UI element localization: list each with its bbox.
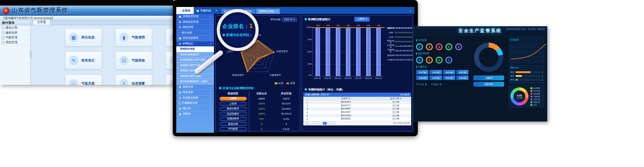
vehicle-filter-button[interactable]: 超速车辆 [416, 75, 428, 80]
vehicle-filter-button[interactable]: 营运车辆 [416, 70, 428, 74]
expand-plus-icon[interactable]: + [2, 31, 5, 34]
monthly-cell: 100 [409, 36, 413, 38]
home-card[interactable]: ✎ 使用登记 [65, 51, 102, 70]
system-menu-label[interactable]: 系统管理 [537, 28, 545, 30]
monthly-col-header: 6月 [398, 27, 401, 29]
sidebar-item[interactable]: + 基础信息 [0, 30, 30, 35]
monthly-row-label: 车辆漂移率 [387, 49, 394, 53]
menu-item-label: 资料库 [183, 112, 191, 116]
sidebar-item[interactable]: + 系统管理 [0, 40, 30, 45]
home-card[interactable]: ▮ 气瓶管理 [115, 28, 152, 46]
home-card[interactable]: ☑ 气瓶报检 [115, 51, 152, 70]
home-card[interactable]: ⚒ [165, 51, 173, 70]
export-data-link[interactable]: 导出数据 [400, 93, 409, 96]
sidebar-menu-item[interactable]: ▣ 违章处置管理 ⌄ [176, 14, 214, 20]
vehicle-row[interactable]: 2 鲁KA1117 已入网 [303, 104, 411, 108]
metric-button[interactable]: 平均疲劳 [220, 127, 247, 131]
menu-item-label: 整合运单 [183, 90, 193, 94]
metric-button[interactable]: 上线率 [220, 102, 247, 106]
vehicle-row[interactable]: 4 鲁KA7637 已入网 [303, 111, 411, 114]
action-button[interactable]: 查看详情 [473, 82, 504, 87]
metric-button[interactable]: 超速次数 [220, 122, 247, 126]
sidebar-menu-item[interactable]: 每日轨迹数据统计 [176, 52, 214, 58]
dashboard-tab[interactable]: 联网联控考核 × [256, 9, 280, 14]
expand-plus-icon[interactable]: + [2, 36, 5, 39]
sidebar-splitter-handle[interactable] [30, 51, 32, 58]
vehicle-row[interactable]: 6 鲁K56951 已入网 [303, 117, 411, 121]
sidebar-menu-item[interactable]: ◔ 统计分析 ⌄ [176, 30, 214, 36]
bar-chart-plot: 100% 75% 50% 25% 0% 100 [312, 28, 384, 77]
monthly-row-label: 平均疲劳 [387, 59, 394, 61]
vehicle-row[interactable]: 1 鲁KA1909 已入网 [303, 101, 411, 104]
sidebar-menu-item[interactable]: ▤ 基础信息管理 ⌄ [176, 20, 214, 25]
metric-button[interactable]: 车辆漂移率 [220, 117, 247, 121]
menu-item-label: 报警管理 [183, 85, 193, 89]
sidebar-menu-item[interactable]: ▦ 历史信息查询 ⌄ [176, 36, 214, 41]
monthly-cell: 0.00 [401, 54, 405, 56]
home-card[interactable]: ◪ [165, 74, 173, 85]
user-label[interactable]: 后台管理 [528, 28, 535, 30]
page-size-select[interactable]: 10 ⌄ [305, 122, 312, 125]
date-select[interactable]: 2022-07 ▾ [282, 17, 297, 22]
sidebar-menu-item[interactable]: 漂移统计(基于运政) [176, 74, 214, 79]
metric-select[interactable]: 入网率 ▾ [354, 17, 370, 22]
sidebar-item-label: 系统管理 [6, 41, 17, 45]
vehicle-filter-button[interactable]: 其他车辆 [456, 75, 468, 80]
detail-col-header: 所在区域 [274, 92, 299, 95]
sidebar-menu-item[interactable]: ╳ 扩展服务管理 ⌄ [176, 101, 214, 106]
home-card[interactable]: ☺ [165, 28, 173, 46]
action-button[interactable]: 一键处理 [473, 75, 504, 80]
menu-item-label: 每日轨迹数据统计（测试） [180, 80, 209, 83]
chevron-down-icon: ⌄ [209, 15, 212, 18]
radar-axis-label: 车辆漂移率 [269, 74, 281, 77]
vehicle-row[interactable]: 5 鲁KA7005 已入网 [303, 114, 411, 117]
next-page-button[interactable]: › [328, 122, 331, 125]
metric-button[interactable]: 入网率 [220, 97, 247, 101]
sidebar-menu-item[interactable]: 每日轨迹数据统计（测试） [176, 79, 214, 85]
vehicle-filter-button[interactable]: 报警车辆 [456, 70, 468, 74]
bar [316, 28, 320, 76]
home-card[interactable]: ⚠ 信息预警 [115, 74, 152, 85]
tab-main[interactable]: 主界面 [33, 20, 50, 25]
last-page-button[interactable]: » [332, 122, 336, 125]
expand-plus-icon[interactable]: + [2, 27, 5, 29]
region-value: 99.84% [274, 107, 299, 110]
home-card[interactable]: ▦ 单位信息 [65, 28, 102, 46]
vehicle-filter-button[interactable]: 离线车辆 [443, 70, 455, 74]
sidebar-menu-item[interactable]: ◉ 报警管理 ⌄ [176, 85, 214, 90]
sidebar-menu-item[interactable]: ▥ 整合运单 ⌄ [176, 90, 214, 95]
current-page[interactable]: 1 [323, 122, 327, 125]
tab-close-icon[interactable]: × [276, 10, 277, 13]
sidebar-menu-item[interactable]: ⚙ 系统管理 [176, 25, 214, 30]
col-header-status[interactable]: 是否入网 ⇅ [380, 97, 411, 100]
distribution-row: 离线 0 [510, 79, 543, 81]
metric-button[interactable]: 轨迹完整率 [220, 112, 247, 116]
collapse-sidebar-icon[interactable]: « [214, 9, 219, 12]
vehicle-row[interactable]: 3 鲁K96604 已入网 [303, 107, 411, 111]
vehicle-filter-button[interactable]: 疲劳车辆 [429, 75, 442, 80]
home-card[interactable]: ♨ 气瓶充装 [65, 74, 102, 85]
bullet-square-icon [305, 88, 307, 90]
menu-item-label: 扩展服务管理 [182, 101, 198, 105]
first-page-button[interactable]: « [313, 122, 317, 125]
pending-ring-badge: 1 [445, 57, 452, 64]
expand-plus-icon[interactable]: + [2, 41, 5, 44]
sidebar-menu-item[interactable]: 联网联控考核 [176, 46, 214, 52]
menu-item-label: 基础信息管理 [183, 20, 199, 24]
col-header-plate[interactable]: 车牌号 ⇅ [311, 97, 380, 100]
menu-item-icon: ◎ [179, 96, 181, 99]
sidebar-menu-item[interactable]: ◎ 主动安全防御 ⌄ [176, 95, 214, 101]
vehicle-filter-button[interactable]: 在线车辆 [429, 70, 442, 74]
metric-button[interactable]: 数据合格率 [220, 107, 247, 111]
sidebar-menu-item[interactable]: ◍ 联网联控 ⌄ [176, 41, 214, 47]
sidebar-menu-item[interactable]: ▤ 通行码 ⌄ [176, 106, 214, 112]
sidebar-menu-item[interactable]: ▧ 资料库 ⌄ [176, 111, 214, 117]
vehicle-filter-button[interactable]: 维保车辆 [443, 75, 455, 80]
vehicle-list-tab[interactable]: ▣ 车辆列表 [194, 9, 214, 13]
prev-page-button[interactable]: ‹ [318, 122, 322, 125]
home-menu-tab[interactable]: ⌂ 主菜单 [176, 7, 194, 14]
sidebar-item[interactable]: + 通知公告 [0, 26, 30, 30]
chevron-down-icon[interactable]: ⌄ [406, 9, 414, 12]
sidebar-item-label: 基础信息 [6, 31, 17, 35]
sidebar-item[interactable]: + 气瓶管理 [0, 35, 30, 40]
